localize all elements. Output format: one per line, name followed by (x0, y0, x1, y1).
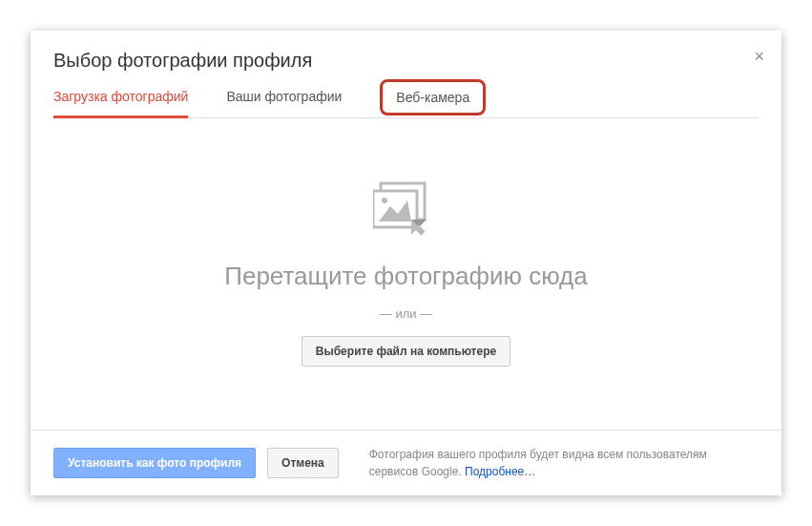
disclaimer-body: Фотография вашего профиля будет видна вс… (369, 448, 707, 478)
image-upload-icon (373, 181, 440, 242)
cancel-button[interactable]: Отмена (267, 448, 339, 478)
dialog-title: Выбор фотографии профиля (53, 50, 759, 72)
close-icon[interactable]: × (754, 48, 764, 65)
drop-text: Перетащите фотографию сюда (224, 262, 587, 291)
profile-photo-dialog: Выбор фотографии профиля × Загрузка фото… (31, 31, 781, 495)
disclaimer-text: Фотография вашего профиля будет видна вс… (369, 446, 759, 480)
choose-file-button[interactable]: Выберите файл на компьютере (302, 336, 510, 367)
set-profile-photo-button[interactable]: Установить как фото профиля (53, 448, 256, 478)
svg-rect-1 (373, 191, 417, 227)
tab-upload[interactable]: Загрузка фотографий (53, 89, 188, 117)
or-text: — или — (380, 306, 432, 321)
tab-webcam[interactable]: Веб-камера (380, 79, 486, 116)
svg-point-3 (382, 198, 387, 203)
dialog-footer: Установить как фото профиля Отмена Фотог… (31, 430, 781, 495)
tab-your-photos[interactable]: Ваши фотографии (226, 89, 342, 117)
dialog-header: Выбор фотографии профиля × Загрузка фото… (31, 31, 781, 118)
drop-zone[interactable]: Перетащите фотографию сюда — или — Выбер… (31, 118, 781, 430)
learn-more-link[interactable]: Подробнее… (465, 465, 535, 478)
tabs-bar: Загрузка фотографий Ваши фотографии Веб-… (53, 89, 759, 118)
